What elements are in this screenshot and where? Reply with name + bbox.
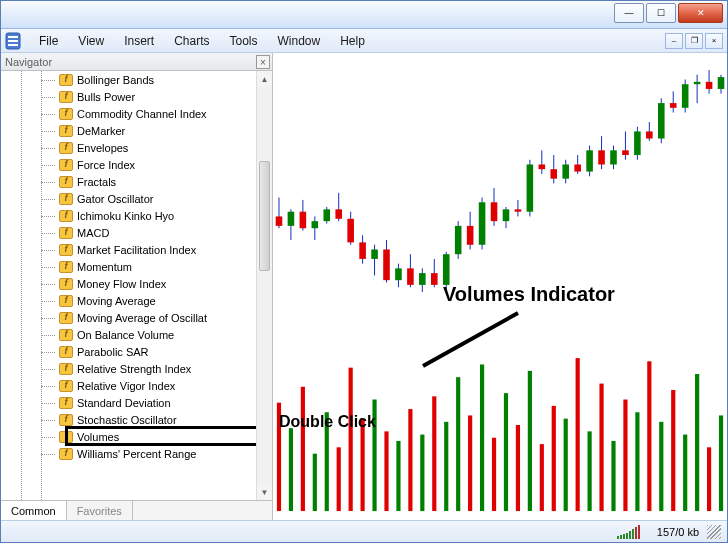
svg-rect-47 xyxy=(527,164,534,211)
mdi-restore-button[interactable]: ❐ xyxy=(685,33,703,49)
tab-favorites[interactable]: Favorites xyxy=(67,501,133,520)
indicator-item[interactable]: DeMarker xyxy=(1,122,256,139)
indicator-icon xyxy=(59,159,73,171)
svg-rect-109 xyxy=(623,400,627,512)
svg-rect-99 xyxy=(504,393,508,511)
svg-rect-117 xyxy=(719,415,723,511)
close-button[interactable]: ✕ xyxy=(678,3,723,23)
svg-rect-75 xyxy=(694,82,701,84)
indicator-label: Market Facilitation Index xyxy=(77,244,196,256)
indicator-label: Envelopes xyxy=(77,142,128,154)
indicator-item[interactable]: Gator Oscillator xyxy=(1,190,256,207)
svg-rect-3 xyxy=(8,44,18,46)
menu-file[interactable]: File xyxy=(29,32,68,50)
svg-rect-41 xyxy=(491,202,498,221)
indicator-label: MACD xyxy=(77,227,109,239)
svg-rect-107 xyxy=(599,384,603,511)
svg-rect-33 xyxy=(443,254,450,285)
indicator-icon xyxy=(59,295,73,307)
svg-rect-105 xyxy=(576,358,580,511)
indicator-item[interactable]: Bulls Power xyxy=(1,88,256,105)
tab-common[interactable]: Common xyxy=(1,501,67,520)
svg-rect-111 xyxy=(647,361,651,511)
resize-grip[interactable] xyxy=(707,525,721,539)
indicator-label: Fractals xyxy=(77,176,116,188)
menu-view[interactable]: View xyxy=(68,32,114,50)
mdi-minimize-button[interactable]: – xyxy=(665,33,683,49)
svg-rect-9 xyxy=(300,212,307,229)
navigator-tree[interactable]: Bollinger BandsBulls PowerCommodity Chan… xyxy=(1,71,256,500)
indicator-item[interactable]: Moving Average xyxy=(1,292,256,309)
scroll-down-button[interactable]: ▼ xyxy=(257,484,272,500)
scroll-up-button[interactable]: ▲ xyxy=(257,71,272,87)
mdi-close-button[interactable]: × xyxy=(705,33,723,49)
scrollbar-vertical[interactable]: ▲ ▼ xyxy=(256,71,272,500)
titlebar[interactable]: — ☐ ✕ xyxy=(1,1,727,29)
svg-rect-89 xyxy=(384,431,388,511)
svg-rect-98 xyxy=(492,438,496,511)
indicator-item[interactable]: Money Flow Index xyxy=(1,275,256,292)
indicator-item[interactable]: Momentum xyxy=(1,258,256,275)
indicator-label: Parabolic SAR xyxy=(77,346,149,358)
menu-tools[interactable]: Tools xyxy=(220,32,268,50)
menu-window[interactable]: Window xyxy=(268,32,331,50)
svg-rect-96 xyxy=(468,415,472,511)
svg-rect-73 xyxy=(682,84,689,108)
menu-charts[interactable]: Charts xyxy=(164,32,219,50)
indicator-item[interactable]: Volumes xyxy=(1,428,256,445)
svg-rect-59 xyxy=(598,150,605,164)
indicator-label: Moving Average xyxy=(77,295,156,307)
svg-rect-116 xyxy=(707,447,711,511)
indicator-icon xyxy=(59,329,73,341)
indicator-label: DeMarker xyxy=(77,125,125,137)
maximize-button[interactable]: ☐ xyxy=(646,3,676,23)
chart-area[interactable]: Volumes Indicator Double Click xyxy=(273,53,727,520)
indicator-icon xyxy=(59,210,73,222)
indicator-item[interactable]: Envelopes xyxy=(1,139,256,156)
indicator-label: Standard Deviation xyxy=(77,397,171,409)
minimize-button[interactable]: — xyxy=(614,3,644,23)
svg-rect-71 xyxy=(670,103,677,108)
indicator-icon xyxy=(59,244,73,256)
indicator-item[interactable]: Standard Deviation xyxy=(1,394,256,411)
indicator-item[interactable]: Force Index xyxy=(1,156,256,173)
indicator-icon xyxy=(59,346,73,358)
indicator-item[interactable]: Williams' Percent Range xyxy=(1,445,256,462)
indicator-item[interactable]: Moving Average of Oscillat xyxy=(1,309,256,326)
scroll-thumb[interactable] xyxy=(259,161,270,271)
connection-bars-icon xyxy=(617,525,647,539)
app-icon xyxy=(5,32,21,50)
indicator-label: Williams' Percent Range xyxy=(77,448,196,460)
svg-rect-67 xyxy=(646,131,653,138)
menu-help[interactable]: Help xyxy=(330,32,375,50)
indicator-icon xyxy=(59,125,73,137)
menu-insert[interactable]: Insert xyxy=(114,32,164,50)
svg-rect-85 xyxy=(337,447,341,511)
indicator-icon xyxy=(59,176,73,188)
indicator-icon xyxy=(59,312,73,324)
indicator-item[interactable]: Relative Strength Index xyxy=(1,360,256,377)
indicator-item[interactable]: On Balance Volume xyxy=(1,326,256,343)
indicator-label: Relative Vigor Index xyxy=(77,380,175,392)
indicator-icon xyxy=(59,193,73,205)
svg-rect-11 xyxy=(312,221,319,228)
indicator-item[interactable]: Fractals xyxy=(1,173,256,190)
navigator-close-button[interactable]: × xyxy=(256,55,270,69)
svg-rect-113 xyxy=(671,390,675,511)
indicator-item[interactable]: Parabolic SAR xyxy=(1,343,256,360)
svg-rect-65 xyxy=(634,131,641,155)
indicator-item[interactable]: Relative Vigor Index xyxy=(1,377,256,394)
indicator-item[interactable]: Commodity Channel Index xyxy=(1,105,256,122)
indicator-item[interactable]: Bollinger Bands xyxy=(1,71,256,88)
indicator-item[interactable]: Market Facilitation Index xyxy=(1,241,256,258)
indicator-item[interactable]: Stochastic Oscillator xyxy=(1,411,256,428)
indicator-icon xyxy=(59,261,73,273)
svg-rect-104 xyxy=(564,419,568,511)
svg-rect-112 xyxy=(659,422,663,511)
indicator-item[interactable]: MACD xyxy=(1,224,256,241)
svg-rect-17 xyxy=(347,219,354,243)
indicator-item[interactable]: Ichimoku Kinko Hyo xyxy=(1,207,256,224)
indicator-icon xyxy=(59,363,73,375)
indicator-label: Bollinger Bands xyxy=(77,74,154,86)
svg-rect-95 xyxy=(456,377,460,511)
